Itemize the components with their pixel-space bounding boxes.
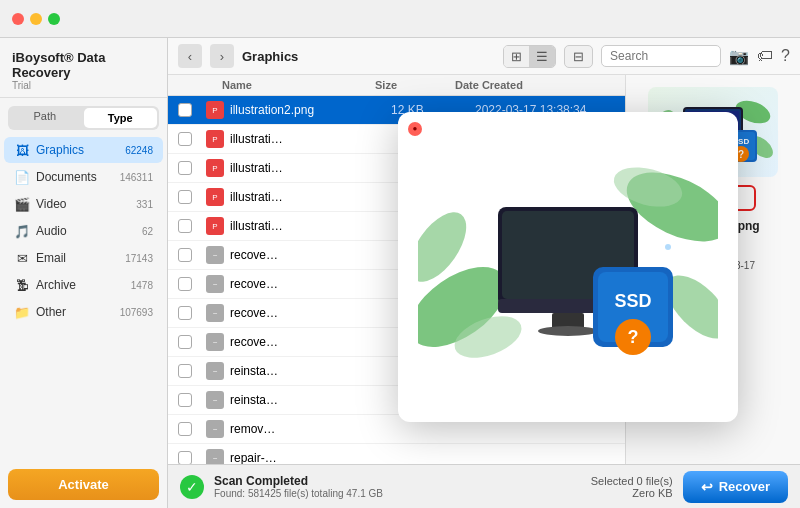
file-type-icon-11: ~	[206, 420, 224, 438]
forward-button[interactable]: ›	[210, 44, 234, 68]
svg-text:?: ?	[738, 149, 744, 160]
sidebar-item-count-video: 331	[136, 199, 153, 210]
header-date: Date Created	[455, 79, 595, 91]
sidebar-item-audio[interactable]: 🎵 Audio 62	[4, 218, 163, 244]
sidebar: iBoysoft® Data Recovery Trial Path Type …	[0, 38, 168, 508]
file-checkbox-4[interactable]	[178, 219, 192, 233]
file-checkbox-10[interactable]	[178, 393, 192, 407]
file-type-icon-12: ~	[206, 449, 224, 464]
back-button[interactable]: ‹	[178, 44, 202, 68]
sidebar-item-label-audio: Audio	[36, 224, 136, 238]
file-checkbox-1[interactable]	[178, 132, 192, 146]
header-name: Name	[222, 79, 375, 91]
filter-button[interactable]: ⊟	[564, 45, 593, 68]
sidebar-items-list: 🖼 Graphics 62248 📄 Documents 146311 🎬 Vi…	[0, 136, 167, 461]
toolbar-icons: 📷 🏷 ?	[729, 47, 790, 66]
file-checkbox-7[interactable]	[178, 306, 192, 320]
svg-text:SSD: SSD	[614, 291, 651, 311]
scan-title: Scan Completed	[214, 474, 383, 488]
sidebar-item-label-archive: Archive	[36, 278, 125, 292]
popup-close-button[interactable]: ●	[408, 122, 422, 136]
file-type-icon-1: P	[206, 130, 224, 148]
main-content: ‹ › Graphics ⊞ ☰ ⊟ 📷 🏷 ?	[168, 38, 800, 508]
sidebar-item-count-graphics: 62248	[125, 145, 153, 156]
documents-icon: 📄	[14, 169, 30, 185]
help-icon[interactable]: ?	[781, 47, 790, 66]
sidebar-item-count-email: 17143	[125, 253, 153, 264]
sidebar-item-graphics[interactable]: 🖼 Graphics 62248	[4, 137, 163, 163]
view-toggle: ⊞ ☰	[503, 45, 556, 68]
view-grid-button[interactable]: ⊞	[504, 46, 529, 67]
file-name-11: remov…	[230, 422, 387, 436]
file-type-icon-0: P	[206, 101, 224, 119]
file-type-icon-10: ~	[206, 391, 224, 409]
file-name-4: illustrati…	[230, 219, 387, 233]
file-checkbox-5[interactable]	[178, 248, 192, 262]
sidebar-item-documents[interactable]: 📄 Documents 146311	[4, 164, 163, 190]
scan-status-text: Scan Completed Found: 581425 file(s) tot…	[214, 474, 383, 499]
title-bar	[0, 0, 800, 38]
search-input[interactable]	[601, 45, 721, 67]
recover-button[interactable]: ↩ Recover	[683, 471, 788, 503]
sidebar-item-label-video: Video	[36, 197, 130, 211]
sidebar-item-label-graphics: Graphics	[36, 143, 119, 157]
tag-icon[interactable]: 🏷	[757, 47, 773, 66]
maximize-button[interactable]	[48, 13, 60, 25]
file-checkbox-6[interactable]	[178, 277, 192, 291]
file-checkbox-11[interactable]	[178, 422, 192, 436]
sidebar-item-count-audio: 62	[142, 226, 153, 237]
selected-info: Selected 0 file(s) Zero KB	[591, 475, 673, 499]
file-name-8: recove…	[230, 335, 387, 349]
toolbar: ‹ › Graphics ⊞ ☰ ⊟ 📷 🏷 ?	[168, 38, 800, 75]
activate-button[interactable]: Activate	[8, 469, 159, 500]
close-button[interactable]	[12, 13, 24, 25]
minimize-button[interactable]	[30, 13, 42, 25]
file-checkbox-2[interactable]	[178, 161, 192, 175]
file-checkbox-3[interactable]	[178, 190, 192, 204]
svg-point-23	[665, 244, 671, 250]
file-checkbox-12[interactable]	[178, 451, 192, 464]
app-trial-badge: Trial	[12, 80, 155, 91]
svg-text:?: ?	[628, 327, 639, 347]
app-title: iBoysoft® Data Recovery	[12, 50, 155, 80]
file-name-6: recove…	[230, 277, 387, 291]
file-type-icon-4: P	[206, 217, 224, 235]
sidebar-item-count-archive: 1478	[131, 280, 153, 291]
file-checkbox-9[interactable]	[178, 364, 192, 378]
video-icon: 🎬	[14, 196, 30, 212]
file-name-10: reinsta…	[230, 393, 387, 407]
header-size: Size	[375, 79, 455, 91]
view-list-button[interactable]: ☰	[529, 46, 555, 67]
scan-status-icon: ✓	[180, 475, 204, 499]
sidebar-item-archive[interactable]: 🗜 Archive 1478	[4, 272, 163, 298]
recover-label: Recover	[719, 479, 770, 494]
sidebar-item-video[interactable]: 🎬 Video 331	[4, 191, 163, 217]
recover-icon: ↩	[701, 479, 713, 495]
file-name-1: illustrati…	[230, 132, 387, 146]
file-list-header: Name Size Date Created	[168, 75, 625, 96]
sidebar-item-other[interactable]: 📁 Other 107693	[4, 299, 163, 325]
file-name-2: illustrati…	[230, 161, 387, 175]
sidebar-item-count-other: 107693	[120, 307, 153, 318]
filter-icon: ⊟	[573, 49, 584, 64]
sidebar-item-email[interactable]: ✉ Email 17143	[4, 245, 163, 271]
popup-overlay: ●	[336, 113, 800, 420]
image-preview-popup[interactable]: ●	[398, 112, 738, 422]
traffic-lights	[12, 13, 60, 25]
tab-path[interactable]: Path	[8, 106, 82, 130]
other-icon: 📁	[14, 304, 30, 320]
sidebar-item-label-documents: Documents	[36, 170, 114, 184]
file-name-5: recove…	[230, 248, 387, 262]
table-row[interactable]: ~ repair-…	[168, 444, 625, 464]
file-type-icon-7: ~	[206, 304, 224, 322]
camera-icon[interactable]: 📷	[729, 47, 749, 66]
tab-type[interactable]: Type	[84, 108, 158, 128]
bottom-bar: ✓ Scan Completed Found: 581425 file(s) t…	[168, 464, 800, 508]
file-checkbox-8[interactable]	[178, 335, 192, 349]
file-type-icon-8: ~	[206, 333, 224, 351]
file-name-12: repair-…	[230, 451, 387, 464]
svg-point-28	[538, 326, 598, 336]
file-checkbox-0[interactable]	[178, 103, 192, 117]
popup-illustration: SSD ?	[418, 147, 718, 387]
audio-icon: 🎵	[14, 223, 30, 239]
